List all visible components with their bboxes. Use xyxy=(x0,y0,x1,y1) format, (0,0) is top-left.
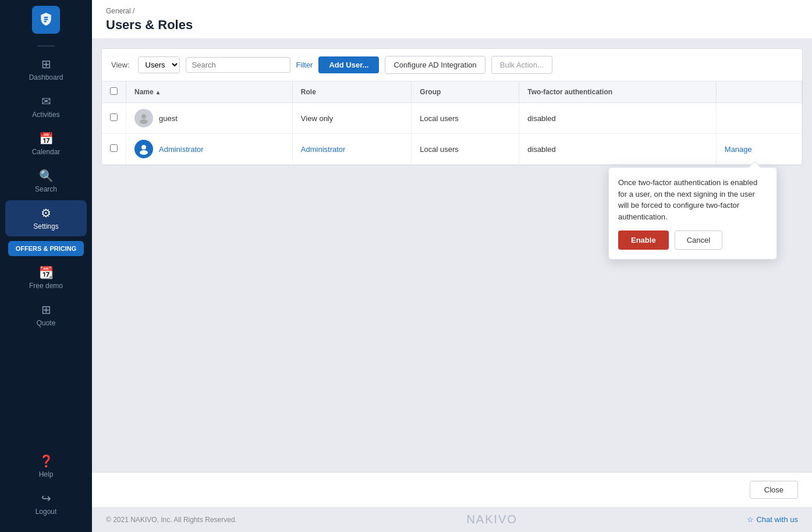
role-link[interactable]: Administrator xyxy=(301,145,346,154)
toolbar: View: Users Roles Filter Add User... Con… xyxy=(102,49,802,81)
calendar-icon: 📅 xyxy=(39,132,54,146)
sidebar-bottom: ❓ Help ↪ Logout xyxy=(0,448,92,532)
two-factor-column-label: Two-factor authentication xyxy=(527,88,612,96)
activities-icon: ✉ xyxy=(41,94,51,108)
name-column-header[interactable]: Name xyxy=(126,81,293,103)
sidebar-item-dashboard[interactable]: ⊞ Dashboard xyxy=(5,51,87,87)
sidebar-divider xyxy=(37,45,55,47)
settings-icon: ⚙ xyxy=(41,206,51,220)
group-value: Local users xyxy=(420,114,458,123)
row-checkbox[interactable] xyxy=(110,114,118,121)
sidebar-item-free-demo[interactable]: 📆 Free demo xyxy=(5,260,87,296)
sidebar-item-label: Help xyxy=(39,470,54,478)
avatar xyxy=(134,109,153,127)
page-footer: © 2021 NAKIVO, Inc. All Rights Reserved.… xyxy=(92,507,812,532)
quote-icon: ⊞ xyxy=(41,303,51,317)
svg-rect-2 xyxy=(44,21,47,22)
role-column-header: Role xyxy=(292,81,411,103)
offers-pricing-button[interactable]: OFFERS & PRICING xyxy=(8,241,84,256)
row-checkbox-cell[interactable] xyxy=(102,134,126,165)
page-header: General / Users & Roles xyxy=(92,0,812,39)
sidebar-item-help[interactable]: ❓ Help xyxy=(5,448,87,484)
chat-label: Chat with us xyxy=(756,515,798,524)
users-table-card: View: Users Roles Filter Add User... Con… xyxy=(101,48,803,165)
sidebar-item-activities[interactable]: ✉ Activities xyxy=(5,88,87,125)
sidebar-item-search[interactable]: 🔍 Search xyxy=(5,163,87,199)
user-cell: Administrator xyxy=(134,140,284,158)
role-cell: View only xyxy=(292,103,411,134)
group-column-label: Group xyxy=(420,88,441,96)
popover-actions: Enable Cancel xyxy=(618,230,767,250)
svg-point-3 xyxy=(141,114,146,119)
help-icon: ❓ xyxy=(39,454,54,468)
sidebar-item-label: Free demo xyxy=(29,282,63,290)
sidebar-item-label: Settings xyxy=(33,222,58,230)
manage-link[interactable]: Manage xyxy=(725,145,752,154)
logout-icon: ↪ xyxy=(41,491,51,505)
two-factor-cell: disabled xyxy=(519,103,717,134)
footer-bar: Close xyxy=(92,472,812,507)
row-checkbox-cell[interactable] xyxy=(102,103,126,134)
page-title: Users & Roles xyxy=(106,17,798,38)
name-column-label: Name xyxy=(134,88,161,96)
two-factor-value: disabled xyxy=(527,114,555,123)
filter-button[interactable]: Filter xyxy=(296,61,313,69)
sidebar-item-settings[interactable]: ⚙ Settings xyxy=(5,200,87,236)
view-select[interactable]: Users Roles xyxy=(138,56,180,73)
content-area: View: Users Roles Filter Add User... Con… xyxy=(92,39,812,472)
select-all-checkbox[interactable] xyxy=(110,87,118,95)
sidebar-item-label: Quote xyxy=(37,319,56,327)
action-cell xyxy=(716,103,802,134)
actions-column-header xyxy=(716,81,802,103)
table-row: Administrator Administrator Local users … xyxy=(102,134,802,165)
action-cell[interactable]: Manage xyxy=(716,134,802,165)
name-cell: guest xyxy=(126,103,293,134)
two-factor-value: disabled xyxy=(527,145,555,154)
user-name-link[interactable]: Administrator xyxy=(159,145,204,154)
add-user-button[interactable]: Add User... xyxy=(318,56,379,73)
two-factor-column-header: Two-factor authentication xyxy=(519,81,717,103)
nakivo-brand: NAKIVO xyxy=(466,513,517,526)
role-column-label: Role xyxy=(301,88,316,96)
configure-ad-button[interactable]: Configure AD Integration xyxy=(385,56,485,74)
row-checkbox[interactable] xyxy=(110,144,118,152)
role-cell: Administrator xyxy=(292,134,411,165)
avatar xyxy=(134,140,153,158)
close-button[interactable]: Close xyxy=(750,481,798,499)
sidebar-item-calendar[interactable]: 📅 Calendar xyxy=(5,126,87,162)
breadcrumb-separator: / xyxy=(133,7,134,15)
sidebar-item-logout[interactable]: ↪ Logout xyxy=(5,485,87,522)
user-cell: guest xyxy=(134,109,284,127)
table-row: guest View only Local users disabled xyxy=(102,103,802,134)
free-demo-icon: 📆 xyxy=(39,265,54,279)
dashboard-icon: ⊞ xyxy=(41,57,51,71)
select-all-header[interactable] xyxy=(102,81,126,103)
cancel-button[interactable]: Cancel xyxy=(675,230,722,250)
sidebar: ⊞ Dashboard ✉ Activities 📅 Calendar 🔍 Se… xyxy=(0,0,92,532)
name-cell: Administrator xyxy=(126,134,293,165)
svg-rect-0 xyxy=(44,17,48,18)
copyright-text: © 2021 NAKIVO, Inc. All Rights Reserved. xyxy=(106,516,237,524)
svg-rect-1 xyxy=(44,19,48,20)
sidebar-item-label: Activities xyxy=(32,111,59,119)
svg-point-4 xyxy=(140,119,148,124)
svg-point-5 xyxy=(141,145,146,150)
chat-icon: ☆ xyxy=(747,515,754,524)
two-factor-cell: disabled xyxy=(519,134,717,165)
group-value: Local users xyxy=(420,145,458,154)
breadcrumb-parent[interactable]: General xyxy=(106,7,131,15)
enable-button[interactable]: Enable xyxy=(618,230,669,250)
sidebar-item-label: Search xyxy=(35,185,57,193)
popover-text: Once two-factor authentication is enable… xyxy=(618,177,767,222)
sidebar-item-quote[interactable]: ⊞ Quote xyxy=(5,297,87,333)
sidebar-item-label: Calendar xyxy=(32,148,61,156)
search-input[interactable] xyxy=(186,57,290,73)
sidebar-item-label: Logout xyxy=(36,508,57,516)
bulk-action-button[interactable]: Bulk Action... xyxy=(491,56,552,74)
main-content: General / Users & Roles View: Users Role… xyxy=(92,0,812,532)
sidebar-item-label: Dashboard xyxy=(29,73,63,81)
chat-with-us-link[interactable]: ☆ Chat with us xyxy=(747,515,798,524)
two-factor-popover: Once two-factor authentication is enable… xyxy=(608,167,777,260)
users-table: Name Role Group Two-factor authenticatio… xyxy=(102,81,802,165)
group-cell: Local users xyxy=(412,134,519,165)
